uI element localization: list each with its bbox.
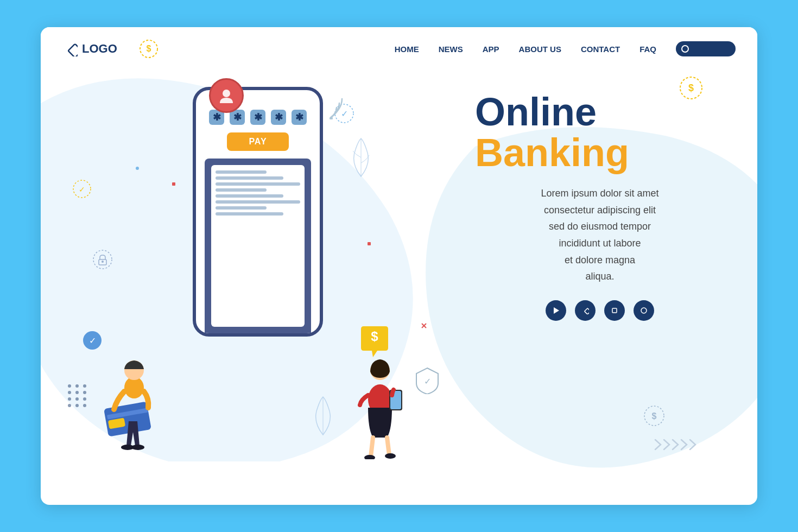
svg-rect-21 — [104, 401, 151, 436]
dollar-nav-icon: $ — [139, 39, 159, 59]
nav-faq[interactable]: FAQ — [639, 45, 656, 54]
pin-dot-5: ✱ — [292, 110, 307, 125]
dot-grid — [68, 384, 87, 407]
svg-point-43 — [136, 167, 139, 170]
receipt-area — [205, 159, 311, 333]
nav-news[interactable]: NEWS — [439, 45, 463, 54]
nav-contact[interactable]: CONTACT — [581, 45, 620, 54]
svg-rect-39 — [172, 182, 175, 186]
svg-text:$: $ — [688, 83, 694, 93]
pin-dot-4: ✱ — [271, 110, 286, 125]
hero-description: Lorem ipsum dolor sit amet consectetur a… — [475, 185, 725, 285]
logo-area: LOGO — [62, 41, 117, 56]
svg-rect-37 — [612, 308, 617, 313]
svg-rect-40 — [368, 242, 371, 245]
profile-bubble — [209, 78, 244, 113]
svg-rect-0 — [68, 44, 78, 56]
receipt-line — [216, 176, 283, 180]
action-icons — [475, 300, 725, 321]
check-left-icon: ✓ — [72, 179, 92, 201]
chevron-arrows-icon — [654, 439, 714, 451]
wifi-signal-icon — [318, 98, 345, 122]
person-with-phone — [345, 351, 415, 461]
svg-point-38 — [641, 308, 647, 313]
pin-dot-3: ✱ — [250, 110, 265, 125]
receipt-line — [216, 200, 300, 204]
profile-icon — [218, 87, 235, 104]
hero-section: $ $ ✓ ✓ ✓ — [41, 71, 757, 505]
circle-button[interactable] — [634, 300, 654, 321]
dollar-top-right-icon: $ — [679, 76, 703, 102]
receipt-line — [216, 170, 267, 174]
nav-about[interactable]: ABOUT US — [519, 45, 561, 54]
svg-point-31 — [385, 453, 396, 459]
logo-icon — [62, 41, 78, 56]
phone-device: ✱ ✱ ✱ ✱ ✱ PAY — [193, 87, 323, 337]
speech-bubble-dollar: $ — [356, 324, 394, 364]
leaf-bottom-icon — [307, 394, 339, 440]
receipt-line — [216, 188, 267, 192]
svg-text:$: $ — [652, 411, 657, 421]
small-dot-red — [171, 179, 176, 189]
navbar: LOGO $ HOME NEWS APP ABOUT US CONTACT FA… — [41, 27, 757, 71]
nav-home[interactable]: HOME — [395, 45, 419, 54]
svg-text:$: $ — [146, 44, 151, 53]
svg-text:$: $ — [371, 329, 378, 344]
leaf-top-icon — [345, 136, 377, 181]
receipt-line — [216, 212, 283, 216]
nav-links: HOME NEWS APP ABOUT US CONTACT FAQ — [395, 41, 736, 56]
receipt-line — [216, 206, 267, 210]
receipt-zigzag — [205, 331, 311, 333]
diamond-button[interactable] — [575, 300, 596, 321]
nav-app[interactable]: APP — [483, 45, 499, 54]
check-blue-icon: ✓ — [82, 330, 103, 353]
pay-button[interactable]: PAY — [227, 132, 288, 151]
svg-text:✓: ✓ — [424, 377, 431, 386]
svg-rect-36 — [585, 308, 589, 314]
small-dot-red2 — [366, 239, 372, 249]
svg-point-30 — [364, 455, 375, 459]
stop-button[interactable] — [604, 300, 625, 321]
phone-screen: ✱ ✱ ✱ ✱ ✱ PAY — [196, 90, 320, 333]
svg-point-19 — [223, 90, 230, 97]
play-button[interactable] — [546, 300, 566, 321]
search-icon — [681, 45, 689, 53]
svg-text:✓: ✓ — [89, 336, 96, 345]
arrow-decorations — [654, 439, 714, 451]
small-x-red — [421, 321, 427, 331]
svg-point-14 — [102, 261, 104, 263]
right-content: Online Banking Lorem ipsum dolor sit ame… — [475, 92, 725, 321]
receipt-line — [216, 194, 283, 198]
shield-check-icon: ✓ — [415, 367, 439, 396]
lock-icon — [93, 250, 112, 271]
small-dot-blue — [135, 163, 140, 173]
person-with-card — [90, 351, 176, 461]
svg-marker-35 — [554, 307, 559, 314]
search-bar[interactable] — [676, 41, 736, 56]
receipt-line — [216, 182, 300, 186]
logo-text: LOGO — [82, 42, 117, 56]
receipt-content — [211, 165, 305, 327]
dollar-bottom-right-icon: $ — [643, 405, 665, 429]
hero-title-banking: Banking — [475, 131, 725, 174]
svg-point-27 — [131, 445, 144, 450]
svg-text:✓: ✓ — [79, 185, 85, 194]
